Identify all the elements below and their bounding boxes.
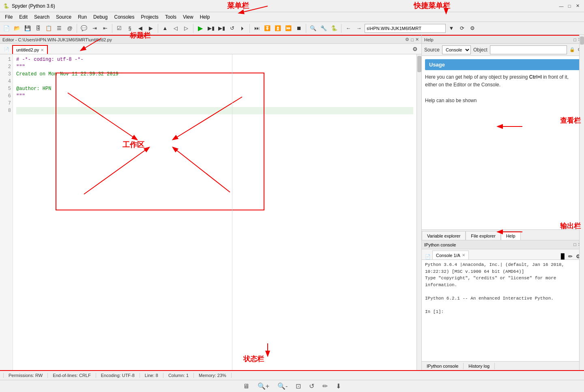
console-tab-1[interactable]: Console 1/A ✕ — [432, 251, 469, 259]
path-input[interactable]: s\HPN.WIN-JUK1M6I5MRT — [365, 24, 446, 33]
email-button[interactable]: @ — [65, 24, 75, 33]
run-left-button[interactable]: ◁ — [171, 24, 180, 33]
console-options-icon[interactable]: ▉ — [559, 253, 567, 259]
run-prog-button[interactable]: ↺ — [227, 24, 237, 33]
forward-button[interactable]: → — [354, 24, 364, 33]
wrench-button[interactable]: 🔧 — [319, 24, 328, 33]
debug-return-button[interactable]: ⏫ — [273, 24, 283, 33]
line-numbers: 1 2 3 4 5 6 7 8 — [0, 54, 13, 370]
ipython-console-btab[interactable]: IPython console — [422, 363, 464, 369]
debug-continue-button[interactable]: ⏩ — [283, 24, 293, 33]
console-line-5 — [425, 288, 581, 295]
variable-explorer-tab[interactable]: Variable explorer — [422, 231, 466, 240]
save-all-button[interactable]: 🗄 — [33, 24, 43, 33]
object-input[interactable] — [490, 45, 567, 54]
source-label: Source — [424, 47, 440, 53]
toolbar: 📄 📂 💾 🗄 📋 ☰ @ 💬 ⇥ ⇤ ☑ § ◀ ▶ ▲ ◁ ▷ ▶ ▶▮ ▶… — [0, 22, 584, 35]
menu-projects[interactable]: Projects — [138, 13, 162, 21]
help-pane: Help □ ✕ Source Console Editor Object 🔒 … — [422, 35, 584, 240]
back-button[interactable]: ← — [344, 24, 353, 33]
debug-next-button[interactable]: ⏭ — [252, 24, 262, 33]
comment-button[interactable]: 💬 — [79, 24, 89, 33]
refresh-icon[interactable]: ↺ — [309, 382, 314, 390]
code-line-3: Created on Mon Nov 11 22:39:32 2019 — [16, 71, 413, 78]
menu-run[interactable]: Run — [75, 13, 90, 21]
editor-scrollbar[interactable] — [417, 54, 421, 370]
path-go-button[interactable]: ▼ — [447, 24, 456, 33]
menu-edit[interactable]: Edit — [16, 13, 31, 21]
inspector-button[interactable]: 🔍 — [308, 24, 318, 33]
maximize-button[interactable]: □ — [566, 3, 573, 9]
help-title: Help — [424, 37, 434, 42]
tab-new-icon[interactable]: 📄 — [2, 44, 11, 54]
new-file-button[interactable]: 📄 — [2, 24, 11, 33]
menu-consoles[interactable]: Consoles — [111, 13, 137, 21]
menu-view[interactable]: View — [180, 13, 197, 21]
code-line-8 — [16, 107, 413, 114]
debug-step-button[interactable]: ⏬ — [262, 24, 272, 33]
editor-settings-icon[interactable]: ⚙ — [405, 37, 409, 42]
right-panel: Help □ ✕ Source Console Editor Object 🔒 … — [422, 35, 584, 370]
path-refresh-button[interactable]: ⟳ — [457, 24, 467, 33]
editor-tab-untitled2[interactable]: untitled2.py ✕ — [12, 45, 48, 54]
console-edit-icon[interactable]: ✏ — [567, 253, 574, 259]
browse-button[interactable]: 📋 — [44, 24, 54, 33]
code-editor[interactable]: # -*- coding: utf-8 -*- """ Created on M… — [13, 54, 417, 370]
section-button[interactable]: § — [125, 24, 135, 33]
menu-debug[interactable]: Debug — [90, 13, 111, 21]
python-button[interactable]: 🐍 — [329, 24, 339, 33]
save-file-button[interactable]: 💾 — [23, 24, 32, 33]
console-maximize-icon[interactable]: □ — [573, 242, 576, 247]
edit-icon[interactable]: ✏ — [322, 382, 328, 390]
permissions-status: Permissions: RW — [3, 373, 48, 378]
console-output[interactable]: Python 3.6.4 |Anaconda, Inc.| (default, … — [422, 260, 584, 361]
run-sel-button[interactable]: ▶▮ — [217, 24, 226, 33]
download-icon[interactable]: ⬇ — [336, 382, 341, 390]
editor-divider — [232, 54, 232, 370]
help-pane-header: Help □ ✕ — [422, 35, 584, 44]
prev-button[interactable]: ◀ — [135, 24, 145, 33]
run-right-button[interactable]: ▷ — [181, 24, 191, 33]
history-log-btab[interactable]: History log — [464, 363, 495, 369]
zoom-out-icon[interactable]: 🔍- — [277, 382, 288, 390]
console-tab-label: Console 1/A — [436, 253, 460, 258]
menu-source[interactable]: Source — [53, 13, 75, 21]
close-button[interactable]: ✕ — [574, 3, 581, 9]
menu-search[interactable]: Search — [31, 13, 53, 21]
debug-stop-button[interactable]: ⏹ — [294, 24, 304, 33]
fit-icon[interactable]: ⊡ — [296, 382, 301, 390]
editor-close-icon[interactable]: ✕ — [415, 37, 419, 42]
indent-button[interactable]: ⇥ — [90, 24, 99, 33]
window-controls[interactable]: — □ ✕ — [558, 3, 581, 9]
column-status: Column: 1 — [163, 373, 194, 378]
menu-file[interactable]: File — [2, 13, 16, 21]
console-tab-close[interactable]: ✕ — [462, 253, 465, 257]
code-line-1: # -*- coding: utf-8 -*- — [16, 56, 413, 63]
help-lock-icon[interactable]: 🔒 — [569, 47, 575, 52]
file-explorer-tab[interactable]: File explorer — [466, 231, 501, 240]
run-up-button[interactable]: ▲ — [160, 24, 170, 33]
unindent-button[interactable]: ⇤ — [100, 24, 110, 33]
next-button[interactable]: ▶ — [146, 24, 156, 33]
run-cell-button[interactable]: ▶▮ — [206, 24, 216, 33]
console-scrollbar[interactable] — [579, 35, 584, 370]
zoom-in-icon[interactable]: 🔍+ — [258, 382, 269, 390]
minimize-button[interactable]: — — [558, 3, 565, 9]
editor-maximize-icon[interactable]: □ — [411, 37, 414, 42]
tab-close-button[interactable]: ✕ — [41, 48, 44, 52]
source-select[interactable]: Console Editor — [442, 45, 471, 54]
console-line-6: IPython 6.2.1 -- An enhanced Interactive… — [425, 295, 581, 302]
help-tab[interactable]: Help — [501, 231, 521, 240]
menu-help[interactable]: Help — [197, 13, 213, 21]
debug-run-button[interactable]: ⏵ — [238, 24, 247, 33]
todo-button[interactable]: ☑ — [114, 24, 124, 33]
console-line-7 — [425, 302, 581, 308]
path-options-button[interactable]: ⚙ — [468, 24, 477, 33]
list-button[interactable]: ☰ — [54, 24, 64, 33]
run-button[interactable]: ▶ — [195, 24, 205, 33]
line-status: Line: 8 — [140, 373, 163, 378]
editor-gear-icon[interactable]: ⚙ — [410, 44, 420, 54]
help-maximize-icon[interactable]: □ — [573, 37, 576, 42]
menu-tools[interactable]: Tools — [162, 13, 180, 21]
open-file-button[interactable]: 📂 — [12, 24, 22, 33]
